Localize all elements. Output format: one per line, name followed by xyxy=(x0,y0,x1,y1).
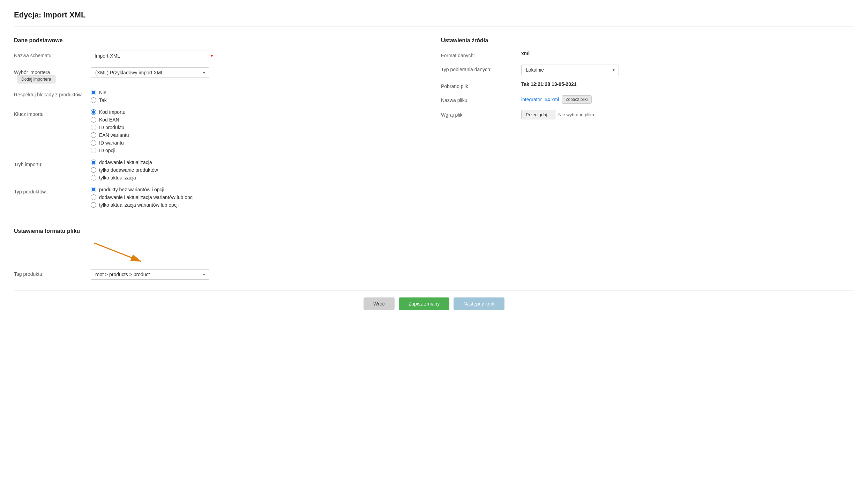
tryb-tylko-aktualizacja-label: tylko aktualizacja xyxy=(99,175,136,180)
klucz-id-wariantu-label: ID wariantu xyxy=(99,140,124,146)
importer-select[interactable]: (XML) Przykładowy import XML xyxy=(91,67,209,78)
klucz-row: Klucz importu Kod importu Kod EAN ID pro… xyxy=(14,109,427,153)
klucz-options: Kod importu Kod EAN ID produktu EAN wari… xyxy=(91,109,427,153)
tag-produktu-label: Tag produktu: xyxy=(14,269,87,277)
typ-dodawanie-wariantow[interactable]: dodawanie i aktualizacja wariantów lub o… xyxy=(91,194,427,200)
tag-produktu-select[interactable]: root > products > product xyxy=(91,269,209,280)
klucz-id-produktu-label: ID produktu xyxy=(99,125,124,130)
klucz-id-produktu[interactable]: ID produktu xyxy=(91,125,427,130)
pobrano-label: Pobrano plik xyxy=(441,81,518,89)
wybor-importera-control: (XML) Przykładowy import XML xyxy=(91,67,427,78)
typ-dodawanie-wariantow-label: dodawanie i aktualizacja wariantów lub o… xyxy=(99,194,195,200)
tryb-tylko-dodawanie-label: tylko dodawanie produktów xyxy=(99,167,158,173)
typ-label: Typ produktów: xyxy=(14,187,87,194)
respektuj-tak-label: Tak xyxy=(99,97,107,103)
nazwa-pliku-label: Nazwa pliku xyxy=(441,95,518,103)
pobrano-value: Tak 12:21:28 13-05-2021 xyxy=(521,81,854,87)
wgraj-control: Przeglądaj... Nie wybrano pliku. xyxy=(521,110,854,119)
typ-tylko-aktualizacja-wariantow-label: tylko aktualizacja wariantów lub opcji xyxy=(99,202,179,208)
tryb-options: dodawanie i aktualizacja tylko dodawanie… xyxy=(91,160,427,180)
page-title: Edycja: Import XML xyxy=(14,10,854,20)
wybor-importera-row: Wybór importera Dodaj importera (XML) Pr… xyxy=(14,67,427,83)
respektuj-nie-label: Nie xyxy=(99,90,106,95)
file-format-section: Ustawienia formatu pliku Tag produktu: r… xyxy=(14,228,854,280)
klucz-kod-ean[interactable]: Kod EAN xyxy=(91,117,427,123)
klucz-kod-importu-label: Kod importu xyxy=(99,109,125,115)
klucz-ean-wariantu[interactable]: EAN wariantu xyxy=(91,132,427,138)
tryb-tylko-dodawanie[interactable]: tylko dodawanie produktów xyxy=(91,167,427,173)
filename-link[interactable]: integrator_64.xml xyxy=(521,97,559,102)
left-section: Dane podstawowe Nazwa schematu: • Wybór … xyxy=(14,37,427,214)
footer-buttons: Wróć Zapisz zmiany Następny krok xyxy=(14,290,854,310)
dodaj-importera-button[interactable]: Dodaj importera xyxy=(17,75,55,83)
klucz-ean-wariantu-label: EAN wariantu xyxy=(99,132,129,138)
klucz-id-wariantu[interactable]: ID wariantu xyxy=(91,140,427,146)
klucz-kod-importu[interactable]: Kod importu xyxy=(91,109,427,115)
nazwa-schematu-control: • xyxy=(91,51,427,61)
no-file-text: Nie wybrano pliku. xyxy=(558,112,595,117)
respektuj-tak-option[interactable]: Tak xyxy=(91,97,427,103)
file-format-title: Ustawienia formatu pliku xyxy=(14,228,854,234)
tryb-row: Tryb importu: dodawanie i aktualizacja t… xyxy=(14,160,427,180)
klucz-label: Klucz importu xyxy=(14,109,87,117)
left-section-title: Dane podstawowe xyxy=(14,37,427,44)
typ-pobierania-select[interactable]: Lokalnie FTP HTTP xyxy=(521,65,619,75)
svg-line-1 xyxy=(94,243,141,261)
right-section-title: Ustawienia źródła xyxy=(441,37,854,44)
typ-pobierania-control: Lokalnie FTP HTTP xyxy=(521,65,854,75)
nazwa-schematu-label: Nazwa schematu: xyxy=(14,51,87,58)
right-section: Ustawienia źródła Format danych: xml Typ… xyxy=(441,37,854,214)
klucz-id-opcji-label: ID opcji xyxy=(99,148,115,153)
tryb-dodawanie-aktualizacja[interactable]: dodawanie i aktualizacja xyxy=(91,160,427,165)
format-row: Format danych: xml xyxy=(441,51,854,58)
nazwa-schematu-input[interactable] xyxy=(91,51,209,61)
nazwa-pliku-control: integrator_64.xml Zobacz pliki xyxy=(521,95,854,104)
respektuj-row: Respektuj blokady z produktów Nie Tak xyxy=(14,90,427,103)
save-button[interactable]: Zapisz zmiany xyxy=(399,297,449,310)
typ-row: Typ produktów: produkty bez wariantów i … xyxy=(14,187,427,208)
pobrano-date: Tak 12:21:28 13-05-2021 xyxy=(521,81,577,87)
wgraj-label: Wgraj plik xyxy=(441,110,518,118)
typ-pobierania-label: Typ pobierania danych: xyxy=(441,65,518,72)
respektuj-options: Nie Tak xyxy=(91,90,427,103)
orange-arrow xyxy=(87,241,157,266)
przegladaj-button[interactable]: Przeglądaj... xyxy=(521,110,555,119)
typ-pobierania-row: Typ pobierania danych: Lokalnie FTP HTTP xyxy=(441,65,854,75)
nazwa-pliku-row: Nazwa pliku integrator_64.xml Zobacz pli… xyxy=(441,95,854,104)
tryb-tylko-aktualizacja[interactable]: tylko aktualizacja xyxy=(91,175,427,180)
wybor-importera-label: Wybór importera Dodaj importera xyxy=(14,67,87,83)
see-files-button[interactable]: Zobacz pliki xyxy=(562,95,591,104)
typ-bez-wariantow-label: produkty bez wariantów i opcji xyxy=(99,187,164,192)
tag-produktu-row: Tag produktu: root > products > product xyxy=(14,269,854,280)
respektuj-label: Respektuj blokady z produktów xyxy=(14,90,87,97)
respektuj-nie-option[interactable]: Nie xyxy=(91,90,427,95)
tryb-dodawanie-aktualizacja-label: dodawanie i aktualizacja xyxy=(99,160,152,165)
typ-bez-wariantow[interactable]: produkty bez wariantów i opcji xyxy=(91,187,427,192)
next-button[interactable]: Następny krok xyxy=(454,297,504,310)
back-button[interactable]: Wróć xyxy=(364,297,394,310)
klucz-kod-ean-label: Kod EAN xyxy=(99,117,119,123)
typ-options: produkty bez wariantów i opcji dodawanie… xyxy=(91,187,427,208)
nazwa-schematu-row: Nazwa schematu: • xyxy=(14,51,427,61)
typ-tylko-aktualizacja-wariantow[interactable]: tylko aktualizacja wariantów lub opcji xyxy=(91,202,427,208)
format-text: xml xyxy=(521,51,530,56)
format-label: Format danych: xyxy=(441,51,518,58)
klucz-id-opcji[interactable]: ID opcji xyxy=(91,148,427,153)
tag-produktu-control: root > products > product xyxy=(91,269,854,280)
required-dot: • xyxy=(211,52,213,60)
format-value: xml xyxy=(521,51,854,56)
pobrano-row: Pobrano plik Tak 12:21:28 13-05-2021 xyxy=(441,81,854,89)
title-divider xyxy=(14,27,854,27)
tryb-label: Tryb importu: xyxy=(14,160,87,167)
wgraj-row: Wgraj plik Przeglądaj... Nie wybrano pli… xyxy=(441,110,854,119)
